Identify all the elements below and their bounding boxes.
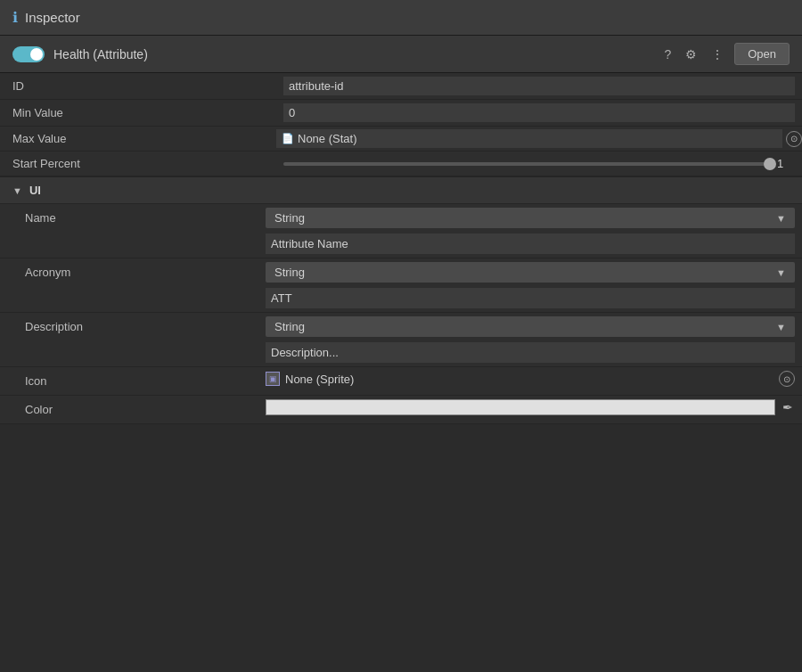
ui-section: Name String ▼ Acronym String <box>0 204 802 424</box>
more-button[interactable]: ⋮ <box>708 45 727 63</box>
id-value: attribute-id <box>276 73 802 99</box>
name-dropdown-chevron: ▼ <box>776 213 786 224</box>
id-text: attribute-id <box>283 77 795 95</box>
min-value-row: Min Value 0 <box>0 100 802 127</box>
component-actions: ? ⚙ ⋮ Open <box>660 43 790 65</box>
eyedropper-button[interactable]: ✒ <box>781 400 795 414</box>
help-button[interactable]: ? <box>660 45 675 63</box>
max-value-label: Max Value <box>0 127 276 150</box>
component-name: Health (Attribute) <box>53 47 148 61</box>
settings-button[interactable]: ⚙ <box>682 45 700 63</box>
info-icon: ℹ <box>12 9 18 26</box>
color-field: ✒ <box>258 396 802 419</box>
sprite-icon: ▣ <box>266 372 280 386</box>
min-value-field: 0 <box>276 100 802 126</box>
ui-chevron-icon: ▼ <box>12 185 22 196</box>
description-dropdown-chevron: ▼ <box>776 322 786 332</box>
ui-section-header[interactable]: ▼ UI <box>0 176 802 204</box>
description-type-label: String <box>274 320 305 333</box>
description-input[interactable] <box>266 342 795 363</box>
slider-value: 1 <box>777 157 795 170</box>
acronym-label: Acronym <box>0 258 258 286</box>
component-row: Health (Attribute) ? ⚙ ⋮ Open <box>0 36 802 73</box>
description-fields: String ▼ <box>258 313 802 366</box>
description-label: Description <box>0 313 258 340</box>
inspector-title: Inspector <box>25 10 80 25</box>
component-toggle[interactable] <box>12 46 45 62</box>
stat-text: None (Stat) <box>298 132 777 145</box>
id-label: ID <box>0 75 276 97</box>
start-percent-label: Start Percent <box>0 152 276 175</box>
color-row: Color ✒ <box>0 396 802 424</box>
description-row: Description String ▼ <box>0 313 802 367</box>
acronym-type-label: String <box>274 266 305 279</box>
icon-row: Icon ▣ None (Sprite) ⊙ <box>0 367 802 396</box>
inspector-content: ID attribute-id Min Value 0 Max Value 📄 … <box>0 73 802 424</box>
description-value-row <box>258 340 802 366</box>
description-type-dropdown-row: String ▼ <box>258 313 802 340</box>
acronym-input[interactable] <box>266 288 795 308</box>
min-value-label: Min Value <box>0 102 276 124</box>
acronym-fields: String ▼ <box>258 258 802 312</box>
slider-thumb[interactable] <box>764 158 776 170</box>
icon-label: Icon <box>0 367 258 395</box>
acronym-type-dropdown-row: String ▼ <box>258 258 802 286</box>
acronym-type-dropdown[interactable]: String ▼ <box>266 262 795 283</box>
max-value-row: Max Value 📄 None (Stat) ⊙ <box>0 127 802 152</box>
name-type-label: String <box>274 211 305 225</box>
name-value-row <box>258 232 802 258</box>
component-left: Health (Attribute) <box>12 46 148 62</box>
icon-sprite-field: ▣ None (Sprite) ⊙ <box>258 367 802 390</box>
icon-target-button[interactable]: ⊙ <box>779 371 795 387</box>
name-fields: String ▼ <box>258 204 802 258</box>
min-value-text: 0 <box>283 103 795 122</box>
color-swatch[interactable] <box>266 399 775 415</box>
id-row: ID attribute-id <box>0 73 802 100</box>
max-value-field: 📄 None (Stat) ⊙ <box>276 129 802 148</box>
inspector-header: ℹ Inspector <box>0 0 802 36</box>
name-type-dropdown[interactable]: String ▼ <box>266 208 795 228</box>
description-type-dropdown[interactable]: String ▼ <box>266 316 795 337</box>
name-input[interactable] <box>266 234 795 254</box>
open-button[interactable]: Open <box>734 43 790 65</box>
acronym-dropdown-chevron: ▼ <box>776 267 786 278</box>
name-row: Name String ▼ <box>0 204 802 258</box>
icon-sprite-text: None (Sprite) <box>285 373 770 386</box>
acronym-value-row <box>258 286 802 312</box>
color-label: Color <box>0 396 258 423</box>
ui-section-title: UI <box>29 184 41 197</box>
slider-track[interactable] <box>283 162 770 166</box>
name-type-dropdown-row: String ▼ <box>258 204 802 232</box>
file-icon: 📄 <box>282 133 294 144</box>
name-label: Name <box>0 204 258 232</box>
max-value-target-button[interactable]: ⊙ <box>786 131 802 147</box>
acronym-row: Acronym String ▼ <box>0 258 802 313</box>
start-percent-row: Start Percent 1 <box>0 152 802 176</box>
start-percent-slider-container: 1 <box>276 153 802 174</box>
stat-field: 📄 None (Stat) <box>276 129 782 148</box>
